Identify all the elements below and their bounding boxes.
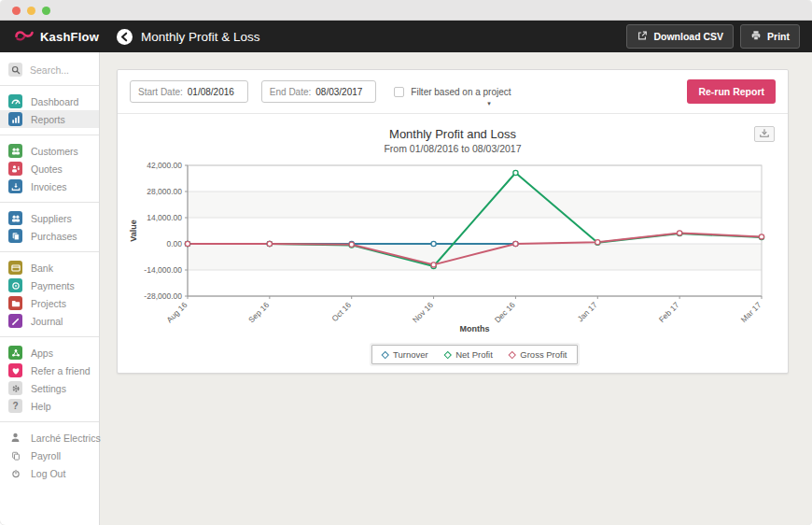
sidebar-divider	[0, 135, 99, 135]
sidebar-item-help[interactable]: ? Help	[0, 397, 99, 415]
sidebar-item-log-out[interactable]: Log Out	[0, 464, 99, 482]
svg-text:Value: Value	[129, 220, 138, 242]
svg-text:42,000.00: 42,000.00	[147, 161, 182, 170]
sidebar-item-bank[interactable]: Bank	[0, 259, 99, 277]
sidebar-item-suppliers[interactable]: Suppliers	[0, 209, 99, 227]
main-content: Start Date: End Date: Filter based on a …	[101, 52, 812, 525]
sidebar-item-journal[interactable]: Journal	[0, 312, 99, 330]
sidebar-item-label: Log Out	[31, 468, 65, 479]
svg-text:Feb 17: Feb 17	[657, 300, 681, 324]
legend-label: Net Profit	[455, 349, 493, 360]
svg-text:Oct 16: Oct 16	[329, 300, 353, 323]
svg-text:Aug 16: Aug 16	[164, 300, 189, 324]
sidebar-item-invoices[interactable]: Invoices	[0, 177, 99, 195]
pen-icon	[8, 314, 22, 328]
end-date-input[interactable]	[315, 87, 368, 97]
legend-wrap: Turnover Net Profit Gross Profit	[188, 345, 762, 364]
legend-label: Turnover	[393, 349, 428, 360]
sidebar-item-label: Dashboard	[31, 96, 78, 107]
sidebar-item-apps[interactable]: Apps	[0, 344, 99, 362]
back-button[interactable]	[117, 29, 133, 45]
sidebar-item-label: Purchases	[31, 231, 77, 242]
kashflow-logo-icon	[15, 28, 34, 45]
sidebar-divider	[0, 251, 99, 252]
brand: KashFlow	[0, 28, 100, 45]
end-date-field[interactable]: End Date:	[261, 80, 376, 103]
sidebar-item-quotes[interactable]: Quotes	[0, 160, 99, 177]
sidebar-item-label: Invoices	[31, 181, 67, 192]
print-label: Print	[767, 31, 790, 42]
rerun-report-button[interactable]: Re-run Report	[687, 79, 776, 104]
sidebar-search	[0, 61, 99, 78]
project-filter-checkbox[interactable]	[394, 87, 404, 97]
sidebar-item-label: Bank	[31, 262, 53, 274]
start-date-field[interactable]: Start Date:	[130, 80, 248, 103]
header-actions: Download CSV Print	[626, 24, 812, 49]
printer-icon	[750, 30, 762, 43]
print-button[interactable]: Print	[740, 24, 800, 49]
person-download-icon	[8, 162, 22, 176]
sidebar-item-settings[interactable]: Settings	[0, 379, 99, 397]
sidebar-item-label: Reports	[31, 114, 65, 125]
zoom-window-button[interactable]	[42, 7, 50, 15]
chart-export-button[interactable]	[754, 126, 775, 142]
chart-title: Monthly Profit and Loss	[118, 127, 788, 141]
brand-name: KashFlow	[40, 30, 99, 44]
sidebar-divider	[0, 85, 99, 86]
sidebar-item-label: Larché Electrics	[31, 433, 101, 444]
sidebar-item-label: Apps	[31, 348, 53, 359]
minimize-window-button[interactable]	[27, 7, 35, 15]
project-dropdown-caret-icon[interactable]: ▾	[487, 100, 491, 107]
sidebar-item-dashboard[interactable]: Dashboard	[0, 92, 99, 110]
titlebar	[0, 0, 812, 21]
sidebar: Dashboard Reports Customers	[0, 52, 100, 525]
close-window-button[interactable]	[12, 7, 21, 15]
sidebar-item-label: Payments	[31, 280, 75, 291]
sidebar-item-payments[interactable]: Payments	[0, 277, 99, 294]
diamond-marker-icon	[509, 351, 516, 359]
sidebar-item-customers[interactable]: Customers	[0, 142, 99, 160]
question-icon: ?	[8, 399, 22, 413]
svg-text:14,000.00: 14,000.00	[147, 213, 182, 222]
sidebar-item-refer-a-friend[interactable]: Refer a friend	[0, 362, 99, 379]
svg-text:-28,000.00: -28,000.00	[144, 291, 182, 301]
svg-text:Jan 17: Jan 17	[576, 300, 599, 323]
gear-icon	[8, 381, 22, 395]
sidebar-item-projects[interactable]: Projects	[0, 294, 99, 312]
sidebar-item-reports[interactable]: Reports	[0, 110, 99, 128]
download-csv-button[interactable]: Download CSV	[626, 24, 734, 49]
sidebar-item-label: Refer a friend	[31, 365, 91, 376]
svg-text:Dec 16: Dec 16	[493, 300, 517, 324]
sidebar-item-label: Customers	[31, 146, 78, 157]
user-icon	[8, 431, 22, 445]
legend-label: Gross Profit	[520, 349, 567, 360]
legend-entry-turnover[interactable]: Turnover	[383, 349, 428, 360]
filter-bar: Start Date: End Date: Filter based on a …	[118, 70, 788, 114]
sidebar-item-label: Settings	[31, 383, 66, 394]
sidebar-item-account[interactable]: Larché Electrics	[0, 429, 99, 447]
report-panel: Start Date: End Date: Filter based on a …	[117, 69, 789, 374]
bar-chart-icon	[8, 112, 22, 126]
power-icon	[8, 466, 22, 480]
gauge-icon	[8, 94, 22, 108]
app-header: KashFlow Monthly Profit & Loss	[0, 21, 812, 52]
sidebar-item-label: Projects	[31, 298, 66, 309]
sidebar-divider	[0, 202, 99, 203]
back-arrow-icon	[117, 34, 133, 48]
legend-entry-gross-profit[interactable]: Gross Profit	[510, 349, 567, 360]
project-filter: Filter based on a project ▾	[394, 87, 511, 97]
chart-legend: Turnover Net Profit Gross Profit	[371, 345, 579, 364]
coin-icon	[8, 278, 22, 292]
sidebar-item-label: Journal	[31, 316, 63, 327]
diamond-marker-icon	[444, 351, 452, 359]
legend-entry-net-profit[interactable]: Net Profit	[445, 349, 493, 360]
sidebar-item-purchases[interactable]: Purchases	[0, 227, 99, 245]
sidebar-item-label: Suppliers	[31, 213, 72, 224]
sidebar-item-label: Help	[31, 401, 51, 412]
sidebar-item-payroll[interactable]: Payroll	[0, 447, 99, 464]
inbox-download-icon	[8, 179, 22, 193]
start-date-input[interactable]	[188, 87, 240, 97]
svg-text:Sep 16: Sep 16	[246, 300, 271, 324]
search-input[interactable]	[30, 64, 88, 76]
pages-icon	[8, 448, 22, 462]
